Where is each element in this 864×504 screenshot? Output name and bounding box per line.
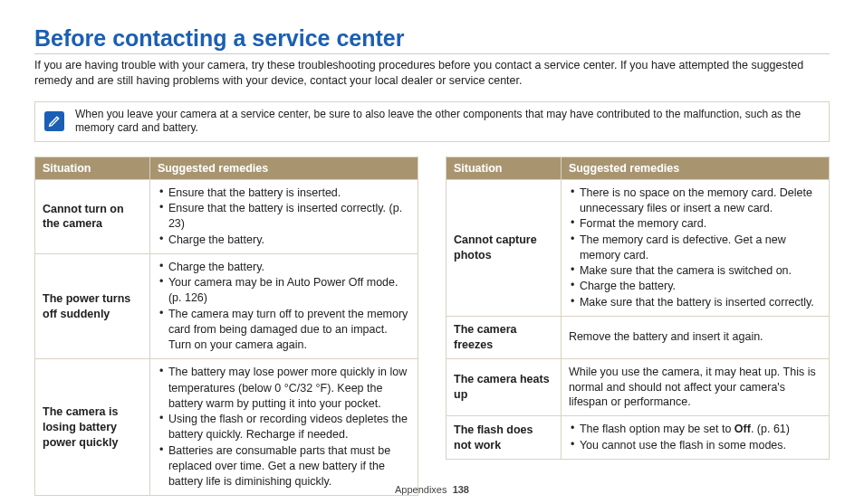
th-situation: Situation [35,157,150,179]
remedy-item: The battery may lose power more quickly … [158,365,410,412]
situation-cell: The flash does not work [446,416,562,460]
right-table: Situation Suggested remedies Cannot capt… [446,157,830,460]
situation-cell: Cannot capture photos [446,179,562,316]
th-situation: Situation [446,157,562,179]
remedy-cell: The battery may lose power more quickly … [149,359,418,496]
footer-page-number: 138 [453,484,469,495]
content-columns: Situation Suggested remedies Cannot turn… [34,157,830,497]
intro-text: If you are having trouble with your came… [34,58,830,89]
table-row: The camera heats upWhile you use the cam… [446,358,830,416]
remedy-item: Ensure that the battery is inserted. [158,185,410,201]
remedy-cell: While you use the camera, it may heat up… [561,358,829,416]
remedy-item: Format the memory card. [569,216,821,232]
remedy-list: There is no space on the memory card. De… [569,185,821,310]
remedy-item: Make sure that the battery is inserted c… [569,295,821,310]
remedy-list: Ensure that the battery is inserted.Ensu… [158,185,410,248]
remedy-item: Make sure that the camera is switched on… [569,263,821,279]
table-row: Cannot turn on the cameraEnsure that the… [35,179,418,253]
remedy-cell: Remove the battery and insert it again. [561,316,829,358]
note-icon [44,111,64,131]
remedy-item: Charge the battery. [158,233,410,248]
left-column: Situation Suggested remedies Cannot turn… [34,157,418,497]
table-row: The power turns off suddenlyCharge the b… [35,253,418,359]
remedy-item: The camera may turn off to prevent the m… [158,307,410,354]
remedy-list: Charge the battery.Your camera may be in… [158,260,410,354]
situation-cell: The camera heats up [446,358,562,416]
remedy-item: You cannot use the flash in some modes. [569,438,821,453]
remedy-item: The memory card is defective. Get a new … [569,233,821,264]
remedy-item: Ensure that the battery is inserted corr… [158,201,410,233]
note-text: When you leave your camera at a service … [75,108,820,136]
th-remedies: Suggested remedies [561,157,829,179]
remedy-cell: The flash option may be set to Off. (p. … [561,416,829,460]
situation-cell: The camera is losing battery power quick… [35,359,150,496]
situation-cell: The camera freezes [446,316,562,358]
left-table: Situation Suggested remedies Cannot turn… [34,157,418,497]
remedy-list: The battery may lose power more quickly … [158,365,410,490]
table-row: The camera freezesRemove the battery and… [446,316,830,358]
remedy-cell: Charge the battery.Your camera may be in… [149,253,418,359]
footer-section: Appendixes [395,484,447,495]
remedy-item: Batteries are consumable parts that must… [158,443,410,490]
page-title: Before contacting a service center [34,25,830,54]
remedy-item: There is no space on the memory card. De… [569,185,821,217]
remedy-item: The flash option may be set to Off. (p. … [569,422,821,437]
situation-cell: The power turns off suddenly [35,253,150,359]
remedy-item: Charge the battery. [569,279,821,294]
table-row: The flash does not workThe flash option … [446,416,830,460]
table-row: Cannot capture photosThere is no space o… [446,179,830,316]
note-box: When you leave your camera at a service … [34,101,830,142]
page-footer: Appendixes 138 [0,484,864,495]
remedy-item: Using the flash or recording videos depl… [158,412,410,443]
th-remedies: Suggested remedies [149,157,418,179]
remedy-cell: There is no space on the memory card. De… [561,179,829,316]
remedy-item: Your camera may be in Auto Power Off mod… [158,275,410,307]
remedy-list: The flash option may be set to Off. (p. … [569,422,821,453]
table-row: The camera is losing battery power quick… [35,359,418,496]
remedy-item: Charge the battery. [158,260,410,275]
remedy-cell: Ensure that the battery is inserted.Ensu… [149,179,418,253]
situation-cell: Cannot turn on the camera [35,179,150,253]
right-column: Situation Suggested remedies Cannot capt… [446,157,830,497]
